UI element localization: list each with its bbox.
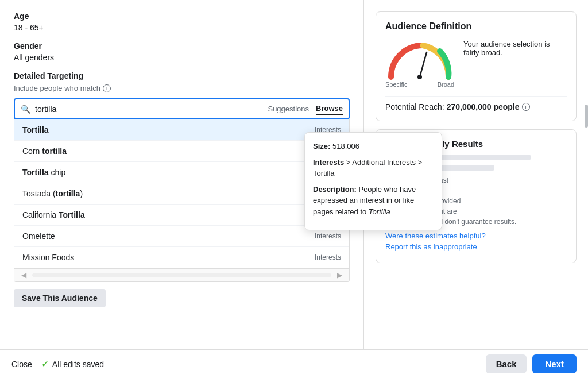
result-name-omelette: Omelette xyxy=(22,232,55,241)
gender-value: All genders xyxy=(14,53,350,62)
report-inappropriate-link[interactable]: Report this as inappropriate xyxy=(385,242,567,251)
result-name-tortilla: Tortilla xyxy=(22,125,49,134)
svg-line-0 xyxy=(420,52,427,77)
search-tabs: Suggestions Browse xyxy=(268,103,343,115)
tab-suggestions[interactable]: Suggestions xyxy=(268,103,309,114)
result-item-tortilla-chip[interactable]: Tortilla chip Interests xyxy=(14,162,349,183)
search-box[interactable]: 🔍 Suggestions Browse xyxy=(14,98,350,119)
tooltip-size-value: 518,006 xyxy=(332,142,359,151)
svg-point-1 xyxy=(417,75,422,79)
detailed-targeting-label: Detailed Targeting xyxy=(14,71,350,80)
age-label: Age xyxy=(14,11,350,21)
tooltip-popup: Size: 518,006 Interests > Additional Int… xyxy=(304,132,442,230)
result-type-omelette: Interests xyxy=(315,232,341,240)
back-button[interactable]: Back xyxy=(486,354,527,373)
result-item-omelette[interactable]: Omelette Interests xyxy=(14,226,349,247)
gauge-svg xyxy=(385,40,454,80)
result-item-corn-tortilla[interactable]: Corn tortilla Interests xyxy=(14,141,349,162)
close-button[interactable]: Close xyxy=(11,360,32,369)
result-item-tortilla[interactable]: Tortilla Interests xyxy=(14,119,349,141)
scrollbar-thumb xyxy=(585,105,588,128)
audience-description: Your audience selection is fairly broad. xyxy=(463,40,567,57)
saved-indicator: ✓ All edits saved xyxy=(41,358,104,369)
gauge-row: Specific Broad Your audience selection i… xyxy=(385,40,567,88)
check-icon: ✓ xyxy=(41,358,49,369)
result-name-corn-tortilla: Corn tortilla xyxy=(22,146,67,156)
search-results-dropdown: Tortilla Interests Corn tortilla Interes… xyxy=(14,119,350,282)
gauge-broad-label: Broad xyxy=(438,81,454,88)
potential-reach-info-icon[interactable]: i xyxy=(522,103,530,111)
horizontal-scrollbar-row: ◀ ▶ xyxy=(14,268,349,281)
gender-label: Gender xyxy=(14,41,350,51)
gauge-labels: Specific Broad xyxy=(385,81,454,88)
scroll-right-arrow[interactable]: ▶ xyxy=(335,271,345,279)
include-people-label: Include people who match xyxy=(14,84,100,92)
result-item-california-tortilla[interactable]: California Tortilla Interests xyxy=(14,205,349,226)
tooltip-category-label: Interests xyxy=(313,158,344,167)
gauge-specific-label: Specific xyxy=(385,81,408,88)
saved-label: All edits saved xyxy=(52,360,104,369)
tooltip-size-label: Size: xyxy=(313,142,330,151)
gender-section: Gender All genders xyxy=(14,41,350,62)
gauge-container: Specific Broad xyxy=(385,40,454,88)
h-scrollbar-track xyxy=(32,273,331,277)
result-item-mission-foods[interactable]: Mission Foods Interests xyxy=(14,247,349,268)
search-input[interactable] xyxy=(35,105,263,114)
include-people-info-icon[interactable]: i xyxy=(103,84,111,92)
tab-browse[interactable]: Browse xyxy=(316,103,343,115)
potential-reach-value: 270,000,000 people xyxy=(447,102,520,111)
vertical-scrollbar[interactable] xyxy=(585,0,588,349)
result-name-california-tortilla: California Tortilla xyxy=(22,210,85,219)
save-audience-button[interactable]: Save This Audience xyxy=(14,289,106,307)
result-name-tostada: Tostada (tortilla) xyxy=(22,189,83,198)
tooltip-category-row: Interests > Additional Interests > Torti… xyxy=(313,157,434,179)
audience-definition-title: Audience Definition xyxy=(385,21,567,32)
potential-reach-label: Potential Reach: xyxy=(385,102,444,111)
tooltip-size-row: Size: 518,006 xyxy=(313,141,434,152)
result-name-mission-foods: Mission Foods xyxy=(22,253,74,262)
detailed-targeting-section: Detailed Targeting Include people who ma… xyxy=(14,71,350,92)
result-name-tortilla-chip: Tortilla chip xyxy=(22,168,65,177)
footer-right: Back Next xyxy=(486,354,577,373)
next-button[interactable]: Next xyxy=(532,354,577,373)
result-type-mission-foods: Interests xyxy=(315,253,341,261)
potential-reach: Potential Reach: 270,000,000 people i xyxy=(385,96,567,111)
footer-left: Close ✓ All edits saved xyxy=(11,358,104,369)
result-item-tostada[interactable]: Tostada (tortilla) Interests xyxy=(14,183,349,205)
footer: Close ✓ All edits saved Back Next xyxy=(0,349,588,378)
estimates-helpful-link[interactable]: Were these estimates helpful? xyxy=(385,232,567,240)
scroll-left-arrow[interactable]: ◀ xyxy=(19,271,29,279)
age-value: 18 - 65+ xyxy=(14,23,350,32)
include-people-row: Include people who match i xyxy=(14,84,350,92)
age-section: Age 18 - 65+ xyxy=(14,11,350,32)
search-icon: 🔍 xyxy=(21,105,30,114)
tooltip-description-label: Description: xyxy=(313,185,357,194)
audience-definition-card: Audience Definition xyxy=(376,11,577,121)
tooltip-description-row: Description: People who have expressed a… xyxy=(313,184,434,218)
